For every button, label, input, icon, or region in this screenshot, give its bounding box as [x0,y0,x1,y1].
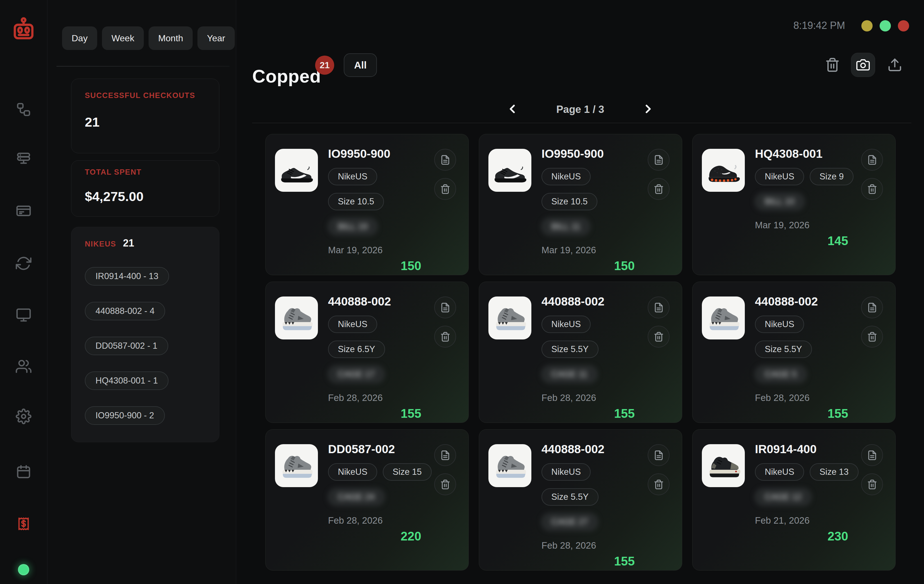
delete-checkout-button[interactable] [648,326,670,348]
checkout-price: 155 [541,407,635,421]
pill-rows: NikeUSSize 15CAGE 24 [328,463,421,506]
pill-rows: NikeUSSize 9BILL 10 [755,168,848,210]
order-details-button[interactable] [434,444,456,466]
range-button-year[interactable]: Year [198,26,235,50]
checkout-card: 440888-002 NikeUSSize 6.5YCAGE 17 Feb 28… [266,282,469,423]
site-count: 21 [123,237,134,249]
product-sku: 440888-002 [541,294,635,309]
server-icon[interactable] [16,151,31,167]
product-sku: IO9950-900 [328,147,421,161]
product-sku: 440888-002 [755,294,848,309]
delete-checkout-button[interactable] [434,473,456,495]
site-pill: NikeUS [328,315,377,333]
profile-pill: BILL 11 [541,218,590,235]
order-details-button[interactable] [861,297,883,318]
gear-icon[interactable] [16,409,31,424]
pill-row: NikeUS [541,463,591,481]
page-indicator: Page 1 / 3 [534,104,627,115]
card-body: HQ4308-001 NikeUSSize 9BILL 10 Mar 19, 2… [755,147,848,248]
delete-checkout-button[interactable] [648,473,670,495]
pill-rows: NikeUSSize 5.5YCAGE 11 [541,315,635,383]
pill-row: BILL 11 [541,218,590,235]
document-icon [867,155,878,165]
order-details-button[interactable] [434,297,456,318]
delete-checkout-button[interactable] [648,178,670,200]
document-icon [867,450,878,460]
sneaker-image [492,152,528,189]
delete-checkout-button[interactable] [434,178,456,200]
trash-icon [867,479,878,490]
range-button-week[interactable]: Week [102,26,144,50]
next-page-button[interactable] [642,102,655,115]
product-sku: 440888-002 [328,294,421,309]
card-icon[interactable] [16,203,31,219]
delete-checkout-button[interactable] [861,473,883,495]
pill-row: NikeUSSize 15 [328,463,432,481]
sku-breakdown-chip: IO9950-900 - 2 [85,406,165,425]
pill-row: NikeUSSize 13 [755,463,858,481]
checkout-card: 440888-002 NikeUSSize 5.5YCAGE 11 Feb 28… [479,282,682,423]
size-pill: Size 15 [383,463,431,481]
size-pill: Size 5.5Y [755,341,812,358]
card-actions [648,297,670,348]
calendar-icon[interactable] [16,464,31,480]
sneaker-image [278,300,315,337]
clear-all-trash-icon[interactable] [825,57,840,73]
pill-row: Size 5.5Y [755,341,812,358]
trash-icon [867,332,878,342]
export-upload-icon[interactable] [887,57,903,73]
card-body: IR0914-400 NikeUSSize 13CAGE 12 Feb 21, … [755,442,848,543]
workflow-icon[interactable] [16,102,31,117]
clock: 8:19:42 PM [794,20,845,31]
order-details-button[interactable] [648,149,670,171]
profile-pill: CAGE 11 [541,366,597,383]
product-image [488,149,531,192]
users-icon[interactable] [16,358,31,374]
screenshot-camera-button[interactable] [851,53,875,77]
date-range-group: DayWeekMonthYear [62,26,235,50]
total-spent-value: $4,275.00 [85,189,144,204]
product-image [275,149,318,192]
card-body: 440888-002 NikeUSSize 5.5YCAGE 5 Feb 28,… [755,294,848,421]
order-details-button[interactable] [861,444,883,466]
profile-pill: CAGE 27 [541,513,598,531]
pill-row: NikeUS [541,168,591,185]
delete-checkout-button[interactable] [861,326,883,348]
delete-checkout-button[interactable] [861,178,883,200]
filter-all-button[interactable]: All [344,53,377,77]
checkout-date: Feb 28, 2026 [328,393,421,403]
sidebar-divider [56,66,229,66]
product-sku: DD0587-002 [328,442,421,457]
checkout-price: 150 [541,259,635,273]
size-pill: Size 13 [810,463,858,481]
trash-icon [653,479,664,490]
receipt-icon[interactable] [16,516,31,531]
camera-icon [856,58,870,72]
order-details-button[interactable] [648,297,670,318]
range-button-day[interactable]: Day [62,26,97,50]
monitor-icon[interactable] [16,307,31,323]
trash-icon [440,332,450,342]
checkout-price: 155 [328,407,421,421]
order-details-button[interactable] [861,149,883,171]
order-details-button[interactable] [648,444,670,466]
card-actions [648,444,670,495]
pill-row: Size 5.5Y [541,488,599,506]
pill-row: CAGE 17 [328,366,384,383]
product-sku: IR0914-400 [755,442,848,457]
product-image [702,149,745,192]
checkout-price: 145 [755,234,848,248]
order-details-button[interactable] [434,149,456,171]
site-pill: NikeUS [755,463,804,481]
card-body: 440888-002 NikeUSSize 5.5YCAGE 11 Feb 28… [541,294,635,421]
checkout-card: 440888-002 NikeUSSize 5.5YCAGE 27 Feb 28… [479,429,682,571]
checkout-date: Mar 19, 2026 [755,220,848,231]
icon-rail [0,0,48,584]
previous-page-button[interactable] [505,102,519,115]
delete-checkout-button[interactable] [434,326,456,348]
range-button-month[interactable]: Month [148,26,193,50]
pill-row: Size 5.5Y [541,341,599,358]
sync-icon[interactable] [16,256,31,271]
sneaker-image [278,447,315,484]
total-spent-label: TOTAL SPENT [85,168,142,177]
